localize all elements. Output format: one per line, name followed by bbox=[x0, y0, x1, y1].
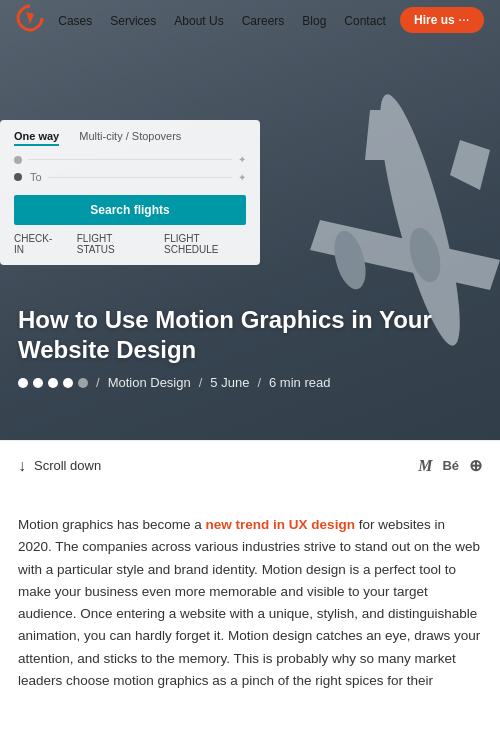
to-dot-icon bbox=[14, 173, 22, 181]
from-dot-icon bbox=[14, 156, 22, 164]
hire-us-button[interactable]: Hire us ··· bbox=[400, 7, 484, 33]
dot-4[interactable] bbox=[63, 378, 73, 388]
article-body: Motion graphics has become a new trend i… bbox=[0, 490, 500, 712]
arrow-down-icon: ↓ bbox=[18, 457, 26, 475]
sep-1: / bbox=[96, 375, 100, 390]
nav-about[interactable]: About Us bbox=[174, 14, 223, 28]
svg-marker-3 bbox=[450, 140, 490, 190]
to-label: To bbox=[30, 171, 42, 183]
article-title-block: How to Use Motion Graphics in Your Websi… bbox=[0, 305, 500, 390]
behance-icon[interactable]: Bé bbox=[442, 458, 459, 473]
nav-contact[interactable]: Contact bbox=[344, 14, 385, 28]
social-icons: M Bé ⊕ bbox=[418, 456, 482, 475]
article-meta: / Motion Design / 5 June / 6 min read bbox=[18, 375, 482, 390]
body-text-before-link: Motion graphics has become a bbox=[18, 517, 206, 532]
sep-3: / bbox=[257, 375, 261, 390]
nav-cases[interactable]: Cases bbox=[58, 14, 92, 28]
hero-section: One way Multi-city / Stopovers ✦ To ✦ Se… bbox=[0, 0, 500, 490]
flight-schedule-tab[interactable]: FLIGHT SCHEDULE bbox=[164, 233, 246, 255]
carousel-dots bbox=[18, 378, 88, 388]
dot-5[interactable] bbox=[78, 378, 88, 388]
nav-careers[interactable]: Careers bbox=[242, 14, 285, 28]
tab-one-way[interactable]: One way bbox=[14, 130, 59, 146]
to-input-row: To ✦ bbox=[14, 171, 246, 183]
check-in-tab[interactable]: CHECK-IN bbox=[14, 233, 57, 255]
dot-3[interactable] bbox=[48, 378, 58, 388]
article-read-time: 6 min read bbox=[269, 375, 330, 390]
body-text-after-link: for websites in 2020. The companies acro… bbox=[18, 517, 480, 688]
dribbble-icon[interactable]: ⊕ bbox=[469, 456, 482, 475]
from-line bbox=[28, 159, 232, 160]
to-line bbox=[48, 177, 232, 178]
booking-bottom-tabs: CHECK-IN FLIGHT STATUS FLIGHT SCHEDULE bbox=[14, 233, 246, 255]
article-category: Motion Design bbox=[108, 375, 191, 390]
booking-widget: One way Multi-city / Stopovers ✦ To ✦ Se… bbox=[0, 120, 260, 265]
sep-2: / bbox=[199, 375, 203, 390]
scroll-down-label: Scroll down bbox=[34, 458, 101, 473]
scroll-down-button[interactable]: ↓ Scroll down bbox=[18, 457, 101, 475]
to-star: ✦ bbox=[238, 172, 246, 183]
nav-links: Cases Services About Us Careers Blog Con… bbox=[58, 11, 385, 29]
search-flights-button[interactable]: Search flights bbox=[14, 195, 246, 225]
dot-1[interactable] bbox=[18, 378, 28, 388]
svg-marker-2 bbox=[365, 110, 405, 160]
flight-status-tab[interactable]: FLIGHT STATUS bbox=[77, 233, 144, 255]
highlight-link[interactable]: new trend in UX design bbox=[206, 517, 355, 532]
booking-tabs: One way Multi-city / Stopovers bbox=[14, 130, 246, 146]
navbar: Cases Services About Us Careers Blog Con… bbox=[0, 0, 500, 40]
logo bbox=[16, 4, 44, 36]
tab-multi-city[interactable]: Multi-city / Stopovers bbox=[79, 130, 181, 146]
dot-2[interactable] bbox=[33, 378, 43, 388]
from-input-row: ✦ bbox=[14, 154, 246, 165]
medium-icon[interactable]: M bbox=[418, 457, 432, 475]
article-paragraph: Motion graphics has become a new trend i… bbox=[18, 514, 482, 692]
from-star: ✦ bbox=[238, 154, 246, 165]
article-title: How to Use Motion Graphics in Your Websi… bbox=[18, 305, 482, 365]
article-date: 5 June bbox=[210, 375, 249, 390]
scroll-bar: ↓ Scroll down M Bé ⊕ bbox=[0, 440, 500, 490]
nav-services[interactable]: Services bbox=[110, 14, 156, 28]
nav-blog[interactable]: Blog bbox=[302, 14, 326, 28]
